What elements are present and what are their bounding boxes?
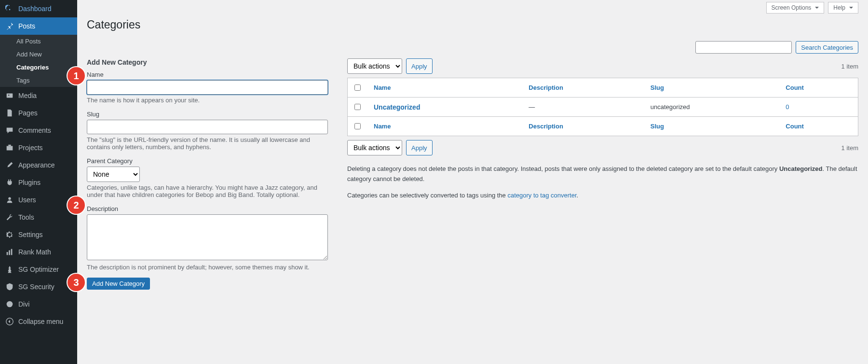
sg-icon: [5, 265, 14, 274]
sidebar-item-label: Settings: [18, 231, 43, 238]
category-to-tag-converter-link[interactable]: category to tag converter: [507, 192, 576, 199]
svg-point-9: [7, 301, 13, 308]
row-name-link[interactable]: Uncategorized: [374, 103, 420, 111]
tablenav-top: Bulk actions Apply 1 item: [347, 58, 858, 74]
svg-point-5: [8, 197, 11, 200]
sidebar-item-label: Comments: [18, 126, 51, 134]
sidebar-item-divi[interactable]: Divi: [0, 295, 77, 313]
screen-options-button[interactable]: Screen Options: [766, 2, 825, 14]
help-button[interactable]: Help: [828, 2, 858, 14]
apply-button-top[interactable]: Apply: [406, 58, 433, 74]
info-text: Deleting a category does not delete the …: [347, 164, 858, 200]
svg-rect-1: [7, 94, 13, 98]
sidebar-item-posts[interactable]: Posts: [0, 17, 77, 35]
sidebar-item-label: Plugins: [18, 179, 41, 186]
sidebar-item-appearance[interactable]: Appearance: [0, 156, 77, 174]
sidebar-item-media[interactable]: Media: [0, 87, 77, 104]
select-all-bottom[interactable]: [354, 123, 361, 129]
col-count-foot[interactable]: Count: [786, 123, 804, 130]
row-count-link[interactable]: 0: [786, 103, 789, 111]
sidebar-item-label: Users: [18, 196, 36, 204]
name-input[interactable]: [87, 80, 328, 95]
search-input[interactable]: [695, 41, 792, 54]
tool-icon: [5, 212, 14, 222]
plug-icon: [5, 178, 14, 187]
bulk-actions-top[interactable]: Bulk actions: [347, 58, 402, 74]
info-line1-a: Deleting a category does not delete the …: [347, 165, 779, 172]
tablenav-bottom: Bulk actions Apply 1 item: [347, 140, 858, 155]
sidebar-item-rank-math[interactable]: Rank Math: [0, 243, 77, 261]
annotation-marker-3: 3: [68, 274, 85, 291]
sidebar-item-plugins[interactable]: Plugins: [0, 174, 77, 191]
col-name[interactable]: Name: [374, 84, 391, 91]
rank-icon: [5, 247, 14, 257]
col-slug-foot[interactable]: Slug: [651, 123, 664, 130]
select-all-top[interactable]: [354, 84, 361, 91]
info-line1-b: Uncategorized: [779, 165, 823, 172]
add-category-form: 1 2 3 Add New Category Name The name is …: [87, 58, 328, 290]
sidebar-item-comments[interactable]: Comments: [0, 122, 77, 139]
description-label: Description: [87, 205, 328, 212]
page-icon: [5, 108, 14, 118]
col-name-foot[interactable]: Name: [374, 123, 391, 130]
svg-rect-8: [11, 249, 13, 255]
posts-submenu: All Posts Add New Categories Tags: [0, 35, 77, 87]
name-label: Name: [87, 71, 328, 78]
screen-meta: Screen Options Help: [87, 0, 858, 14]
svg-rect-7: [9, 250, 10, 255]
svg-rect-3: [7, 146, 13, 150]
admin-sidebar: Dashboard Posts All Posts Add New Catego…: [0, 0, 77, 364]
form-heading: Add New Category: [87, 58, 328, 66]
sidebar-sub-add-new[interactable]: Add New: [0, 48, 77, 61]
sidebar-item-sg-security[interactable]: SG Security: [0, 278, 77, 295]
sidebar-item-label: SG Optimizer: [18, 266, 59, 273]
table-row: Uncategorized — uncategorized 0: [348, 98, 858, 117]
add-new-category-button[interactable]: Add New Category: [87, 278, 150, 290]
col-description-foot[interactable]: Description: [529, 123, 563, 130]
sidebar-item-label: Tools: [18, 213, 34, 221]
pin-icon: [5, 21, 14, 31]
apply-button-bottom[interactable]: Apply: [406, 140, 433, 155]
sidebar-item-tools[interactable]: Tools: [0, 209, 77, 226]
description-help: The description is not prominent by defa…: [87, 264, 328, 271]
sidebar-item-settings[interactable]: Settings: [0, 226, 77, 243]
sidebar-item-label: Rank Math: [18, 248, 51, 256]
name-help: The name is how it appears on your site.: [87, 97, 328, 104]
item-count-bottom: 1 item: [841, 144, 858, 152]
annotation-marker-1: 1: [68, 67, 85, 84]
item-count-top: 1 item: [841, 63, 858, 70]
search-row: Search Categories: [87, 41, 858, 54]
description-textarea[interactable]: [87, 214, 328, 260]
col-description[interactable]: Description: [529, 84, 563, 91]
sidebar-sub-categories[interactable]: Categories: [0, 61, 77, 74]
row-select[interactable]: [354, 104, 361, 110]
sidebar-item-label: Media: [18, 92, 37, 99]
sidebar-item-label: Divi: [18, 300, 29, 308]
sidebar-item-sg-optimizer[interactable]: SG Optimizer: [0, 261, 77, 278]
search-categories-button[interactable]: Search Categories: [796, 41, 858, 54]
sidebar-item-label: Dashboard: [18, 5, 52, 13]
bulk-actions-bottom[interactable]: Bulk actions: [347, 140, 402, 155]
media-icon: [5, 91, 14, 100]
sidebar-item-users[interactable]: Users: [0, 191, 77, 209]
col-count[interactable]: Count: [786, 84, 804, 91]
sidebar-item-dashboard[interactable]: Dashboard: [0, 0, 77, 17]
divi-icon: [5, 299, 14, 309]
sidebar-item-label: Pages: [18, 109, 38, 117]
sidebar-item-collapse[interactable]: Collapse menu: [0, 313, 77, 330]
sidebar-item-projects[interactable]: Projects: [0, 139, 77, 156]
svg-rect-6: [7, 252, 8, 255]
sidebar-item-label: SG Security: [18, 283, 54, 291]
collapse-icon: [5, 317, 14, 326]
slug-input[interactable]: [87, 120, 328, 134]
parent-select[interactable]: None: [87, 167, 140, 182]
parent-label: Parent Category: [87, 157, 328, 165]
shield-icon: [5, 282, 14, 292]
svg-point-0: [9, 9, 11, 10]
sidebar-sub-all-posts[interactable]: All Posts: [0, 35, 77, 48]
col-slug[interactable]: Slug: [651, 84, 664, 91]
sidebar-item-pages[interactable]: Pages: [0, 104, 77, 122]
sidebar-sub-tags[interactable]: Tags: [0, 74, 77, 87]
svg-rect-4: [8, 145, 11, 146]
svg-point-2: [8, 95, 9, 96]
